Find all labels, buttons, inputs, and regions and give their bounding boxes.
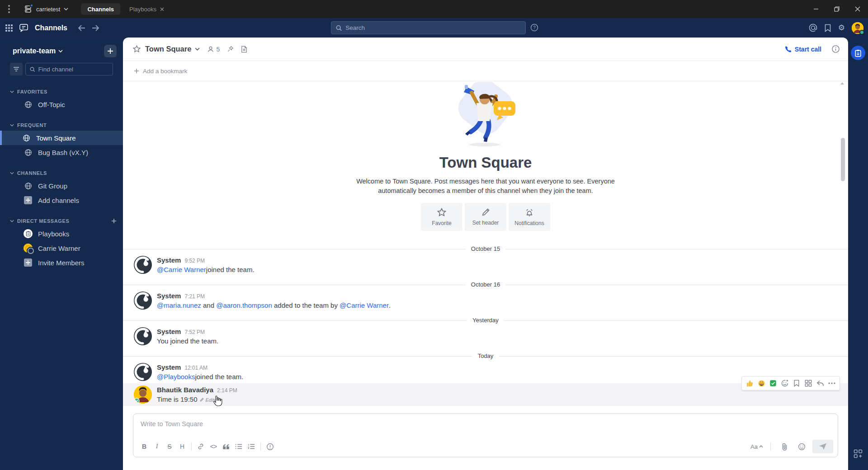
code-button[interactable]: <>: [207, 441, 220, 452]
marketplace-apps-button[interactable]: [848, 449, 868, 458]
user-message-hovered[interactable]: Bhautik Bavadiya2:14 PM Time is 19:50 Ed…: [123, 383, 848, 406]
channel-filter-button[interactable]: [10, 63, 23, 75]
set-header-action-button[interactable]: Set header: [465, 203, 506, 231]
history-forward-icon[interactable]: [92, 25, 99, 31]
message-list[interactable]: Town Square Welcome to Town Square. Post…: [123, 81, 848, 411]
system-message[interactable]: System12:01 AM @Playbooks joined the tea…: [123, 361, 848, 383]
message-priority-button[interactable]: [264, 441, 276, 452]
sidebar-item-dm-carrie-warner[interactable]: Carrie Warner: [0, 241, 123, 255]
tab-channels[interactable]: Channels: [81, 3, 120, 15]
members-icon: [207, 46, 214, 53]
add-channel-plus-button[interactable]: [104, 45, 117, 57]
close-tab-icon[interactable]: [160, 7, 164, 11]
channel-header: Town Square 5 Start call: [123, 38, 848, 61]
italic-button[interactable]: I: [151, 441, 163, 452]
find-channel-box[interactable]: [25, 63, 113, 75]
sidebar-item-git-group[interactable]: Git Group: [0, 179, 123, 193]
online-status-check: [134, 398, 140, 404]
restore-button[interactable]: [826, 0, 847, 18]
app-menu-icon[interactable]: [0, 5, 18, 13]
mention-link[interactable]: @aaron.thompson: [216, 301, 272, 309]
app-bar: [848, 38, 868, 470]
sidebar-item-town-square[interactable]: Town Square: [0, 131, 123, 145]
heading-button[interactable]: H: [176, 441, 189, 452]
quote-button[interactable]: [220, 441, 232, 452]
search-input[interactable]: [345, 24, 521, 31]
section-favorites-header[interactable]: FAVORITES: [0, 86, 123, 97]
system-message[interactable]: System9:52 PM @Carrie Warner joined the …: [123, 254, 848, 276]
team-menu[interactable]: private-team: [13, 47, 63, 55]
online-status-dot: [859, 30, 864, 35]
mention-link[interactable]: @Carrie Warner: [157, 266, 206, 273]
channel-info-icon[interactable]: [831, 45, 840, 53]
favorite-star-icon[interactable]: [133, 45, 141, 53]
history-back-icon[interactable]: [78, 25, 85, 31]
sidebar-item-off-topic[interactable]: Off-Topic: [0, 97, 123, 112]
mentions-icon[interactable]: [809, 24, 817, 32]
product-title: Channels: [35, 24, 67, 32]
section-channels-header[interactable]: CHANNELS: [0, 168, 123, 179]
sidebar-item-bug-bash[interactable]: Bug Bash (vX.Y): [0, 145, 123, 160]
members-count: 5: [216, 46, 220, 53]
system-message[interactable]: System7:21 PM @maria.nunez and @aaron.th…: [123, 289, 848, 312]
pencil-icon: [481, 208, 490, 216]
chevron-down-icon: [10, 220, 14, 222]
toggle-formatting-button[interactable]: Aa: [750, 443, 763, 450]
message-input[interactable]: Write to Town Square: [133, 414, 838, 440]
plus-square-icon: [24, 258, 33, 267]
more-actions-icon[interactable]: [826, 378, 837, 389]
system-avatar: [134, 363, 152, 381]
sidebar-item-add-channels[interactable]: Add channels: [0, 193, 123, 207]
mention-link[interactable]: @Carrie Warner: [340, 301, 389, 309]
section-frequent-header[interactable]: FREQUENT: [0, 120, 123, 131]
bullet-list-button[interactable]: [232, 441, 245, 452]
strikethrough-button[interactable]: S: [163, 441, 176, 452]
section-channels: CHANNELS Git Group Add channels: [0, 168, 123, 207]
channel-files-icon[interactable]: [241, 46, 247, 53]
tab-playbooks[interactable]: Playbooks: [123, 3, 170, 15]
members-count-button[interactable]: 5: [207, 46, 220, 53]
quick-reaction-grin[interactable]: [756, 378, 767, 389]
add-bookmark-button[interactable]: Add a bookmark: [134, 68, 187, 75]
sidebar-item-invite-members[interactable]: Invite Members: [0, 255, 123, 270]
quick-reaction-thumbs-up[interactable]: [744, 378, 755, 389]
svg-text:?: ?: [533, 25, 536, 30]
emoji-picker-button[interactable]: [795, 441, 808, 452]
attach-file-button[interactable]: [778, 441, 791, 452]
server-selector[interactable]: carrietest: [24, 5, 68, 13]
current-user-avatar[interactable]: [852, 22, 863, 34]
mention-link[interactable]: @Playbooks: [157, 373, 195, 381]
search-box[interactable]: [331, 21, 526, 34]
saved-posts-icon[interactable]: [824, 24, 831, 32]
message-editor[interactable]: Write to Town Square B I S H <>: [133, 414, 838, 457]
bold-button[interactable]: B: [138, 441, 151, 452]
product-switcher-icon[interactable]: [5, 24, 13, 32]
find-channel-input[interactable]: [38, 66, 108, 73]
system-message[interactable]: System7:52 PM You joined the team.: [123, 325, 848, 348]
channel-name-menu[interactable]: Town Square: [145, 45, 200, 53]
reply-icon[interactable]: [815, 378, 826, 389]
quick-reaction-check-mark[interactable]: [768, 378, 778, 389]
playbooks-app-button[interactable]: [851, 46, 865, 60]
notifications-action-button[interactable]: Notifications: [509, 203, 550, 231]
help-icon[interactable]: ?: [530, 24, 538, 32]
sidebar-item-dm-playbooks[interactable]: Playbooks: [0, 226, 123, 241]
message-apps-icon[interactable]: [803, 378, 814, 389]
link-button[interactable]: [194, 441, 207, 452]
section-dm-header[interactable]: DIRECT MESSAGES: [0, 216, 123, 226]
server-name: carrietest: [36, 6, 60, 13]
favorite-action-button[interactable]: Favorite: [421, 203, 462, 231]
add-reaction-icon[interactable]: [779, 378, 790, 389]
settings-gear-icon[interactable]: ⚙: [838, 24, 845, 32]
start-call-button[interactable]: Start call: [784, 46, 821, 53]
scroll-up-arrow[interactable]: [840, 82, 844, 85]
pinned-posts-icon[interactable]: [227, 46, 234, 52]
send-message-button[interactable]: [812, 440, 833, 453]
mention-link[interactable]: @maria.nunez: [157, 301, 201, 309]
close-window-button[interactable]: [847, 0, 868, 18]
numbered-list-button[interactable]: [245, 441, 258, 452]
save-message-icon[interactable]: [791, 378, 802, 389]
minimize-button[interactable]: [806, 0, 826, 18]
add-direct-message-icon[interactable]: [111, 218, 117, 224]
scrollbar-thumb[interactable]: [841, 138, 845, 181]
